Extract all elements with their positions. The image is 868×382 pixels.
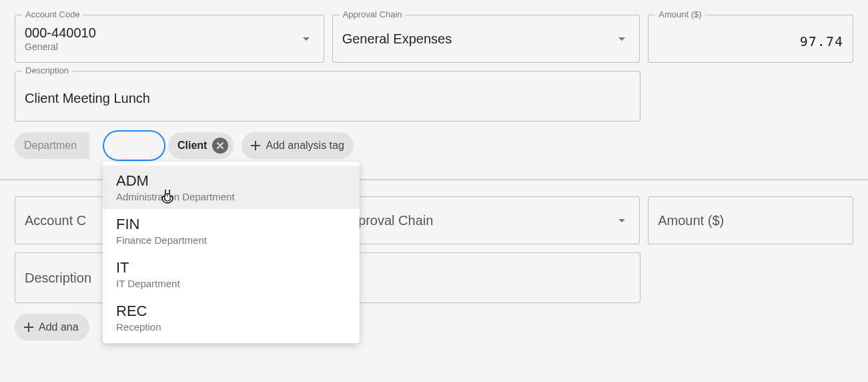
account-code-label: Account Code <box>22 9 83 19</box>
department-dropdown: ADM Administration Department FIN Financ… <box>103 162 360 343</box>
account-code-value: 000-440010 <box>25 25 298 41</box>
amount-label: Amount ($) <box>655 9 705 19</box>
account-code-name: General <box>25 41 298 53</box>
caret-down-icon <box>298 33 314 44</box>
analysis-tags-row: Departmen Client Add analysis tag <box>15 132 853 159</box>
plus-icon <box>251 141 260 150</box>
add-analysis-tag-label-2: Add ana <box>39 321 79 333</box>
description-label: Description <box>22 65 72 75</box>
dropdown-option-fin[interactable]: FIN Finance Department <box>103 209 360 252</box>
amount-input-2[interactable]: Amount ($) <box>648 196 853 244</box>
amount-value: 97.74 <box>658 28 843 49</box>
approval-chain-select-2[interactable]: Approval Chain <box>332 196 640 244</box>
amount-placeholder: Amount ($) <box>658 213 843 228</box>
approval-chain-value: General Expenses <box>342 31 614 47</box>
approval-chain-select[interactable]: Approval Chain General Expenses <box>332 15 640 63</box>
add-analysis-tag-button[interactable]: Add analysis tag <box>242 132 353 159</box>
remove-client-tag-button[interactable] <box>212 138 228 154</box>
caret-down-icon <box>614 215 630 226</box>
dropdown-option-adm[interactable]: ADM Administration Department <box>103 166 360 209</box>
approval-chain-placeholder: Approval Chain <box>342 213 614 228</box>
expense-line-1: Account Code 000-440010 General Approval… <box>0 0 868 159</box>
department-tag-value-input[interactable] <box>103 130 165 161</box>
amount-input[interactable]: Amount ($) 97.74 <box>648 15 853 63</box>
add-analysis-tag-label: Add analysis tag <box>266 140 344 152</box>
client-tag-chip[interactable]: Client <box>168 132 234 159</box>
dropdown-option-rec[interactable]: REC Reception <box>103 296 360 339</box>
caret-down-icon <box>614 33 630 44</box>
department-tag-chip[interactable]: Departmen <box>15 132 89 159</box>
client-tag-label: Client <box>177 140 207 152</box>
plus-icon <box>24 323 33 332</box>
approval-chain-label: Approval Chain <box>340 9 406 19</box>
account-code-select[interactable]: Account Code 000-440010 General <box>15 15 324 63</box>
add-analysis-tag-button-2[interactable]: Add ana <box>15 314 89 341</box>
department-tag-label: Departmen <box>24 140 77 152</box>
description-input[interactable]: Description Client Meeting Lunch <box>15 71 640 122</box>
description-value: Client Meeting Lunch <box>25 86 630 107</box>
dropdown-option-it[interactable]: IT IT Department <box>103 252 360 296</box>
